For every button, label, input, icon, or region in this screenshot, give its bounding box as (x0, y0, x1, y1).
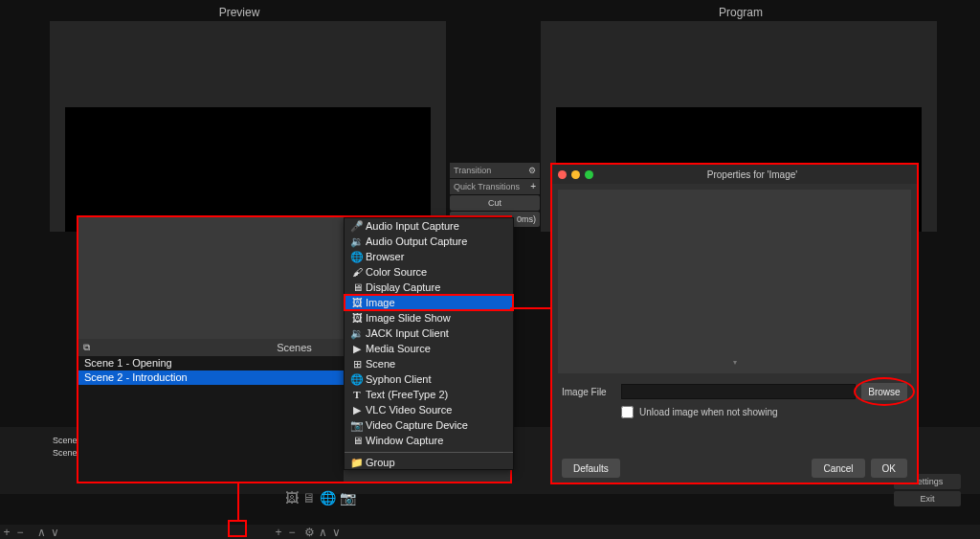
menu-item-vlc-video-source[interactable]: ▶VLC Video Source (345, 402, 513, 417)
menu-item-scene[interactable]: ⊞Scene (345, 356, 513, 371)
menu-item-syphon-client[interactable]: 🌐Syphon Client (345, 371, 513, 387)
image-file-row: Image File Browse (552, 379, 917, 404)
transition-header: Transition ⚙ (450, 163, 540, 178)
menu-item-label: Audio Output Capture (366, 234, 467, 249)
preview-label: Preview (0, 6, 479, 19)
cut-transition-button[interactable]: Cut (450, 195, 540, 211)
menu-item-label: Media Source (366, 341, 431, 356)
source-type-icons: 🖼🖥🌐📷 (285, 490, 360, 505)
transition-header-label: Transition (454, 163, 491, 178)
minimize-icon[interactable] (571, 170, 580, 179)
annotation-plus-highlight (228, 520, 247, 537)
menu-item-label: Display Capture (366, 280, 440, 295)
menu-item-display-capture[interactable]: 🖥Display Capture (345, 280, 513, 295)
menu-item-label: Image (366, 295, 395, 310)
menu-item-label: Audio Input Capture (366, 218, 459, 234)
scene-remove-button[interactable]: − (13, 526, 27, 539)
plus-icon[interactable]: + (530, 179, 536, 194)
scene-down-button[interactable]: ∨ (48, 526, 61, 539)
menu-item-label: Image Slide Show (366, 310, 451, 326)
menu-item-color-source[interactable]: 🖌Color Source (345, 264, 513, 280)
mini-scene-label-1: Scene (53, 436, 78, 445)
menu-item-image-slide-show[interactable]: 🖼Image Slide Show (345, 310, 513, 326)
source-down-button[interactable]: ∨ (329, 526, 343, 539)
menu-item-audio-output-capture[interactable]: 🔉Audio Output Capture (345, 234, 513, 249)
menu-item-window-capture[interactable]: 🖥Window Capture (345, 433, 513, 448)
monitor-icon: 🖥 (348, 280, 366, 295)
scene-row[interactable]: Scene 2 - Introduction (78, 371, 344, 385)
cancel-button[interactable]: Cancel (812, 459, 864, 478)
source-settings-button[interactable]: ⚙ (302, 526, 316, 539)
annotation-connector-horizontal (510, 307, 552, 309)
dialog-title: Properties for 'Image' (593, 169, 911, 180)
scene-add-button[interactable]: + (0, 526, 13, 539)
menu-item-label: Group (366, 455, 395, 470)
menu-item-label: Syphon Client (366, 371, 432, 387)
speaker-icon: 🔉 (348, 234, 366, 249)
menu-item-label: Text (FreeType 2) (366, 387, 448, 402)
exit-button[interactable]: Exit (894, 491, 961, 506)
image-file-label: Image File (562, 387, 615, 397)
play-icon: ▶ (348, 402, 366, 417)
menu-item-label: Scene (366, 356, 395, 371)
scene-icon: ⊞ (348, 356, 366, 371)
scene-up-button[interactable]: ∧ (34, 526, 48, 539)
program-label: Program (501, 6, 980, 19)
unload-checkbox-label: Unload image when not showing (639, 407, 778, 417)
menu-item-label: JACK Input Client (366, 326, 449, 341)
quick-transitions-label: Quick Transitions (454, 179, 520, 194)
menu-item-text-freetype2[interactable]: TText (FreeType 2) (345, 387, 513, 402)
scenes-list[interactable]: Scene 1 - Opening Scene 2 - Introduction (78, 356, 344, 482)
folder-icon: 📁 (348, 455, 366, 470)
image-icon: 🖼 (348, 310, 366, 326)
menu-item-label: Color Source (366, 264, 427, 280)
window-controls[interactable] (558, 170, 593, 179)
dock-popout-icon[interactable]: ⧉ (78, 342, 94, 353)
image-icon: 🖼 (348, 295, 366, 310)
menu-item-browser[interactable]: 🌐Browser (345, 249, 513, 264)
menu-item-label: Window Capture (366, 433, 443, 448)
menu-item-media-source[interactable]: ▶Media Source (345, 341, 513, 356)
menu-item-label: Browser (366, 249, 404, 264)
source-remove-button[interactable]: − (285, 526, 299, 539)
browse-button[interactable]: Browse (861, 383, 907, 400)
add-source-menu[interactable]: 🎤Audio Input Capture 🔉Audio Output Captu… (344, 217, 514, 470)
maximize-icon[interactable] (585, 170, 593, 179)
menu-item-label: Video Capture Device (366, 417, 468, 433)
window-icon: 🖥 (348, 433, 366, 448)
speaker-icon: 🔉 (348, 326, 366, 341)
ok-button[interactable]: OK (871, 459, 907, 478)
scene-row[interactable]: Scene 1 - Opening (78, 356, 344, 371)
unload-checkbox-row[interactable]: Unload image when not showing (552, 404, 917, 420)
properties-preview-area (558, 190, 911, 373)
text-icon: T (348, 387, 366, 402)
defaults-button[interactable]: Defaults (562, 459, 620, 478)
globe-icon: 🌐 (348, 249, 366, 264)
menu-item-audio-input-capture[interactable]: 🎤Audio Input Capture (345, 218, 513, 234)
menu-item-label: VLC Video Source (366, 402, 452, 417)
close-icon[interactable] (558, 170, 567, 179)
menu-item-video-capture-device[interactable]: 📷Video Capture Device (345, 417, 513, 433)
properties-dialog: Properties for 'Image' ▾ Image File Brow… (550, 163, 919, 484)
microphone-icon: 🎤 (348, 218, 366, 234)
quick-transitions-header: Quick Transitions + (450, 179, 540, 194)
unload-checkbox[interactable] (621, 406, 634, 418)
menu-item-image[interactable]: 🖼Image (345, 295, 513, 310)
source-add-button[interactable]: + (272, 526, 285, 539)
preview-canvas[interactable] (65, 107, 431, 232)
dialog-footer: Defaults Cancel OK (552, 454, 917, 483)
preview-panel[interactable] (50, 21, 446, 232)
chevron-down-icon[interactable]: ▾ (733, 358, 737, 367)
menu-item-jack-input-client[interactable]: 🔉JACK Input Client (345, 326, 513, 341)
scenes-popup: ⧉ Scenes ⧉ Scene 1 - Opening Scene 2 - I… (77, 215, 512, 483)
image-file-input[interactable] (621, 384, 856, 399)
mini-scene-label-2: Scene (53, 448, 78, 458)
annotation-connector-vertical (237, 483, 239, 522)
dialog-titlebar[interactable]: Properties for 'Image' (552, 165, 917, 184)
gear-icon[interactable]: ⚙ (528, 163, 536, 178)
menu-item-group[interactable]: 📁Group (345, 452, 513, 469)
globe-icon: 🌐 (348, 371, 366, 387)
source-up-button[interactable]: ∧ (316, 526, 329, 539)
dock-toolbar: + − ∧ ∨ + − ⚙ ∧ ∨ (0, 525, 980, 539)
camera-icon: 📷 (348, 417, 366, 433)
